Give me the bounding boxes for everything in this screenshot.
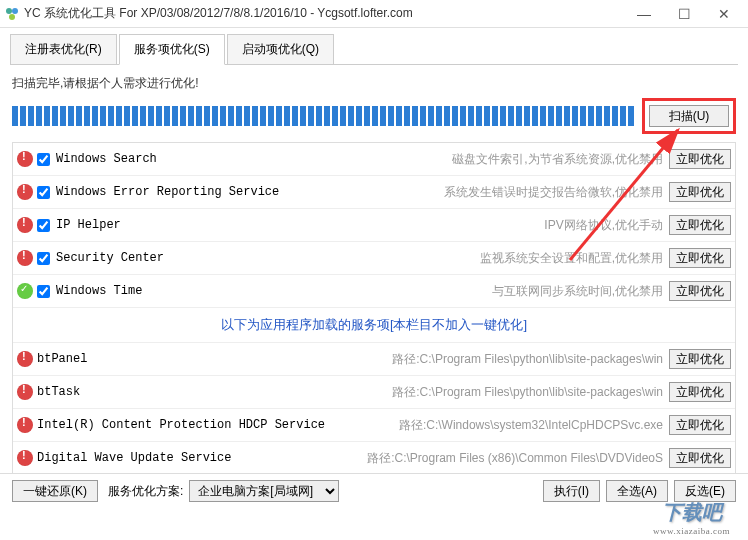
- service-desc: 路径:C:\Windows\system32\IntelCpHDCPSvc.ex…: [325, 417, 669, 434]
- optimize-button[interactable]: 立即优化: [669, 349, 731, 369]
- warn-icon: [17, 250, 33, 266]
- service-name: Security Center: [56, 251, 164, 265]
- tab-services[interactable]: 服务项优化(S): [119, 34, 225, 65]
- titlebar: YC 系统优化工具 For XP/03/08/2012/7/8/8.1/2016…: [0, 0, 748, 28]
- scan-button[interactable]: 扫描(U): [649, 105, 729, 127]
- service-desc: 路径:C:\Program Files (x86)\Common Files\D…: [231, 450, 669, 467]
- service-desc: IPV网络协议,优化手动: [121, 217, 669, 234]
- status-text: 扫描完毕,请根据个人需求进行优化!: [0, 65, 748, 96]
- bottom-toolbar: 一键还原(K) 服务优化方案: 企业电脑方案[局域网] 执行(I) 全选(A) …: [0, 473, 748, 508]
- warn-icon: [17, 184, 33, 200]
- restore-button[interactable]: 一键还原(K): [12, 480, 98, 502]
- scheme-label: 服务优化方案:: [108, 483, 183, 500]
- warn-icon: [17, 217, 33, 233]
- optimize-button[interactable]: 立即优化: [669, 281, 731, 301]
- warn-icon: [17, 151, 33, 167]
- service-row: Intel(R) Content Protection HDCP Service…: [13, 409, 735, 442]
- service-row: btTask 路径:C:\Program Files\python\lib\si…: [13, 376, 735, 409]
- tab-registry[interactable]: 注册表优化(R): [10, 34, 117, 64]
- warn-icon: [17, 384, 33, 400]
- optimize-button[interactable]: 立即优化: [669, 149, 731, 169]
- service-checkbox[interactable]: [37, 219, 50, 232]
- scheme-select[interactable]: 企业电脑方案[局域网]: [189, 480, 339, 502]
- ok-icon: [17, 283, 33, 299]
- service-checkbox[interactable]: [37, 153, 50, 166]
- service-list[interactable]: Windows Search 磁盘文件索引,为节省系统资源,优化禁用 立即优化 …: [12, 142, 736, 508]
- service-row: Security Center 监视系统安全设置和配置,优化禁用 立即优化: [13, 242, 735, 275]
- service-desc: 系统发生错误时提交报告给微软,优化禁用: [279, 184, 669, 201]
- optimize-button[interactable]: 立即优化: [669, 182, 731, 202]
- service-name: Windows Time: [56, 284, 142, 298]
- optimize-button[interactable]: 立即优化: [669, 215, 731, 235]
- service-row: Windows Search 磁盘文件索引,为节省系统资源,优化禁用 立即优化: [13, 143, 735, 176]
- service-checkbox[interactable]: [37, 285, 50, 298]
- maximize-button[interactable]: ☐: [664, 0, 704, 28]
- service-name: Digital Wave Update Service: [37, 451, 231, 465]
- service-desc: 路径:C:\Program Files\python\lib\site-pack…: [80, 384, 669, 401]
- tab-startup[interactable]: 启动项优化(Q): [227, 34, 334, 64]
- service-name: Windows Search: [56, 152, 157, 166]
- service-row: Windows Time 与互联网同步系统时间,优化禁用 立即优化: [13, 275, 735, 308]
- app-icon: [4, 6, 20, 22]
- watermark: 下载吧 www.xiazaiba.com: [653, 499, 730, 536]
- optimize-button[interactable]: 立即优化: [669, 382, 731, 402]
- svg-point-0: [6, 8, 12, 14]
- optimize-button[interactable]: 立即优化: [669, 248, 731, 268]
- separator-text: 以下为应用程序加载的服务项[本栏目不加入一键优化]: [13, 308, 735, 343]
- service-checkbox[interactable]: [37, 186, 50, 199]
- optimize-button[interactable]: 立即优化: [669, 448, 731, 468]
- service-desc: 磁盘文件索引,为节省系统资源,优化禁用: [157, 151, 669, 168]
- warn-icon: [17, 450, 33, 466]
- execute-button[interactable]: 执行(I): [543, 480, 600, 502]
- service-row: Digital Wave Update Service 路径:C:\Progra…: [13, 442, 735, 475]
- optimize-button[interactable]: 立即优化: [669, 415, 731, 435]
- svg-point-1: [12, 8, 18, 14]
- service-name: btPanel: [37, 352, 87, 366]
- scan-button-highlight: 扫描(U): [642, 98, 736, 134]
- service-name: Intel(R) Content Protection HDCP Service: [37, 418, 325, 432]
- minimize-button[interactable]: —: [624, 0, 664, 28]
- service-checkbox[interactable]: [37, 252, 50, 265]
- service-desc: 路径:C:\Program Files\python\lib\site-pack…: [87, 351, 669, 368]
- progress-row: 扫描(U): [0, 96, 748, 142]
- service-name: btTask: [37, 385, 80, 399]
- progress-bar: [12, 106, 636, 126]
- service-name: IP Helper: [56, 218, 121, 232]
- close-button[interactable]: ✕: [704, 0, 744, 28]
- warn-icon: [17, 351, 33, 367]
- tabs: 注册表优化(R) 服务项优化(S) 启动项优化(Q): [10, 34, 738, 65]
- svg-point-2: [9, 14, 15, 20]
- service-row: IP Helper IPV网络协议,优化手动 立即优化: [13, 209, 735, 242]
- service-row: Windows Error Reporting Service 系统发生错误时提…: [13, 176, 735, 209]
- service-name: Windows Error Reporting Service: [56, 185, 279, 199]
- service-row: btPanel 路径:C:\Program Files\python\lib\s…: [13, 343, 735, 376]
- service-desc: 与互联网同步系统时间,优化禁用: [142, 283, 669, 300]
- warn-icon: [17, 417, 33, 433]
- service-desc: 监视系统安全设置和配置,优化禁用: [164, 250, 669, 267]
- window-title: YC 系统优化工具 For XP/03/08/2012/7/8/8.1/2016…: [24, 5, 624, 22]
